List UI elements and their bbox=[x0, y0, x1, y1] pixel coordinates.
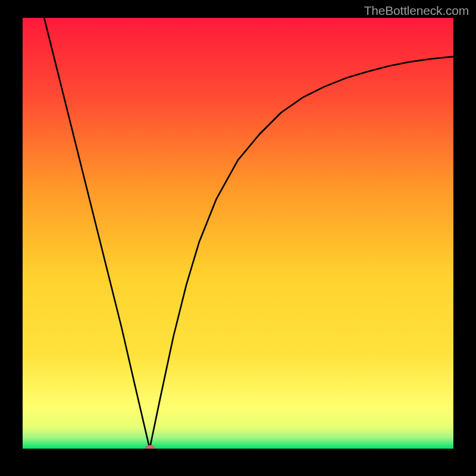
bottleneck-curve bbox=[23, 18, 453, 449]
watermark-text: TheBottleneck.com bbox=[364, 4, 469, 18]
chart-container: TheBottleneck.com bbox=[0, 0, 476, 476]
minimum-marker bbox=[145, 445, 155, 449]
plot-area bbox=[23, 18, 453, 449]
